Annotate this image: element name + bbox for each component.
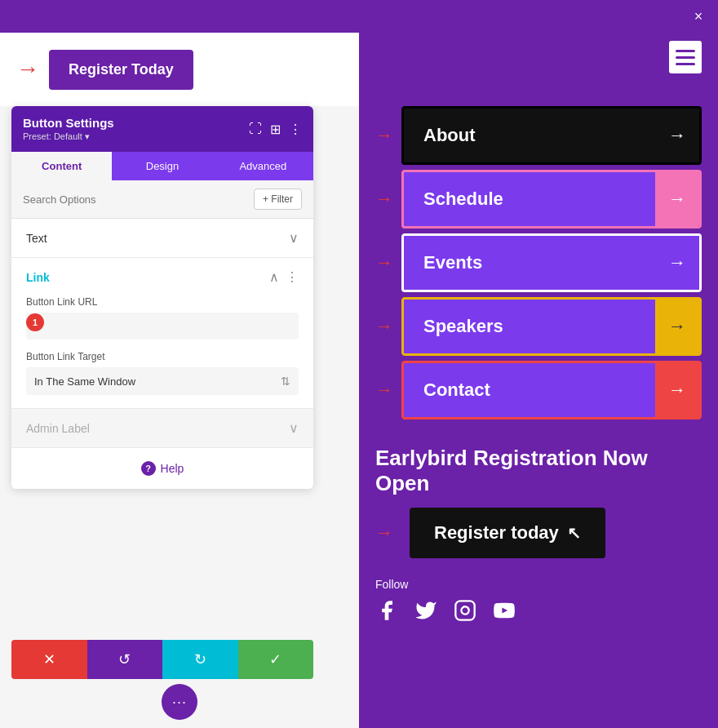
arrow-right-icon: → [16,56,39,82]
register-today-label: Register today [434,522,559,544]
facebook-icon[interactable] [375,599,398,628]
left-area: → Register Today Button Settings Preset:… [0,33,359,728]
hamburger-line-3 [676,63,695,65]
events-label: Events [423,252,482,273]
hamburger-line-1 [676,50,695,52]
link-accordion-icons: ∧ ⋮ [269,269,299,285]
select-arrows-icon: ⇅ [281,375,290,388]
follow-label: Follow [375,578,702,591]
link-accordion-header[interactable]: Link ∧ ⋮ [11,258,313,296]
right-preview-panel: → About → → Schedule → → Events → [359,33,718,728]
nav-item-about: → About → [375,106,702,165]
schedule-arrow-icon: → [655,172,699,226]
cancel-button[interactable]: ✕ [11,640,87,679]
target-value: In The Same Window [34,375,135,388]
grid-icon[interactable]: ⊞ [270,122,281,137]
help-label: Help [161,462,184,475]
contact-label: Contact [423,380,490,401]
settings-title-group: Button Settings Preset: Default ▾ [23,116,114,142]
nav-arrow-contact: → [375,380,393,401]
undo-button[interactable]: ↺ [87,640,163,679]
instagram-icon[interactable] [454,599,476,628]
settings-preset: Preset: Default ▾ [23,131,114,142]
hamburger-line-2 [676,56,695,59]
settings-header: Button Settings Preset: Default ▾ ⛶ ⊞ ⋮ [11,106,313,152]
admin-chevron-down-icon: ∨ [289,420,299,436]
nav-arrow-speakers: → [375,316,393,337]
events-arrow-icon: → [655,236,699,290]
about-label: About [423,125,476,146]
cursor-icon: ↖ [567,523,581,543]
dots-icon: ··· [172,694,187,711]
admin-accordion-label: Admin Label [26,422,90,435]
speakers-nav-button[interactable]: Speakers → [401,297,702,356]
speakers-label: Speakers [423,316,503,337]
url-input[interactable] [44,313,299,340]
help-row: ? Help [11,448,313,489]
search-row: + Filter [11,180,313,219]
admin-accordion: Admin Label ∨ [11,409,313,448]
schedule-label: Schedule [423,189,503,210]
twitter-icon[interactable] [414,599,437,628]
top-bar: × [0,0,718,33]
more-options-icon[interactable]: ⋮ [289,122,302,137]
text-accordion-header[interactable]: Text ∨ [11,219,313,257]
settings-title: Button Settings [23,116,114,130]
nav-item-events: → Events → [375,233,702,292]
fullscreen-icon[interactable]: ⛶ [249,122,262,136]
about-nav-button[interactable]: About → [401,106,702,165]
contact-nav-button[interactable]: Contact → [401,361,702,419]
link-content: Button Link URL 1 Button Link Target In … [11,296,313,408]
nav-section: → About → → Schedule → → Events → [359,33,718,433]
save-button[interactable]: ✓ [238,640,314,679]
header-strip: → Register Today [0,33,359,106]
register-today-preview-button[interactable]: Register today ↖ [410,508,605,558]
close-button[interactable]: × [689,7,708,26]
search-input[interactable] [23,193,247,206]
main-layout: → Register Today Button Settings Preset:… [0,33,718,728]
link-more-icon[interactable]: ⋮ [286,269,299,285]
chevron-down-icon: ∨ [289,230,299,246]
settings-header-icons: ⛶ ⊞ ⋮ [249,122,302,137]
action-bar: ✕ ↺ ↻ ✓ [11,640,313,679]
social-icons-row [375,599,702,628]
schedule-nav-button[interactable]: Schedule → [401,170,702,229]
tab-advanced[interactable]: Advanced [213,152,313,180]
events-nav-button[interactable]: Events → [401,233,702,292]
contact-arrow-icon: → [655,363,699,417]
button-link-url-label: Button Link URL [26,296,299,308]
nav-item-schedule: → Schedule → [375,170,702,229]
chevron-up-icon: ∧ [269,269,279,285]
follow-section: Follow [359,566,718,639]
youtube-icon[interactable] [493,599,516,628]
text-accordion: Text ∨ [11,219,313,258]
about-arrow-icon: → [655,109,699,162]
text-accordion-icons: ∨ [289,230,299,246]
help-button[interactable]: ? Help [141,461,184,476]
hamburger-menu[interactable] [669,41,702,73]
tab-content[interactable]: Content [11,152,112,180]
nav-item-speakers: → Speakers → [375,297,702,356]
nav-item-contact: → Contact → [375,361,702,419]
filter-button[interactable]: + Filter [254,189,302,210]
earlybird-section: Earlybird Registration Now Open → Regist… [359,433,718,566]
tab-design[interactable]: Design [112,152,212,180]
url-input-row: 1 [26,313,299,340]
tabs-row: Content Design Advanced [11,152,313,180]
text-accordion-label: Text [26,232,47,245]
admin-accordion-header[interactable]: Admin Label ∨ [11,409,313,447]
register-today-wrap: → Register today ↖ [375,508,702,558]
register-today-button[interactable]: Register Today [49,50,193,90]
target-select[interactable]: In The Same Window ⇅ [26,367,299,395]
nav-arrow-about: → [375,125,393,146]
svg-rect-0 [455,601,474,620]
link-accordion: Link ∧ ⋮ Button Link URL 1 Button Link T… [11,258,313,409]
earlybird-title: Earlybird Registration Now Open [375,446,702,496]
redo-button[interactable]: ↻ [162,640,238,679]
dots-button[interactable]: ··· [162,684,197,720]
nav-arrow-schedule: → [375,189,393,210]
link-accordion-label: Link [26,271,50,284]
settings-panel: Button Settings Preset: Default ▾ ⛶ ⊞ ⋮ … [11,106,313,489]
register-today-arrow: → [375,522,393,544]
button-link-target-label: Button Link Target [26,351,299,362]
